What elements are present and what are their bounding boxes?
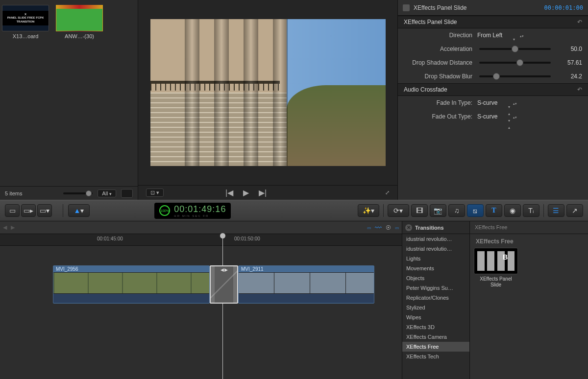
category-item[interactable]: Stylized <box>402 303 469 312</box>
playhead[interactable] <box>222 234 223 379</box>
generators-browser-button[interactable]: ◉ <box>504 204 521 217</box>
acceleration-slider[interactable] <box>479 48 551 50</box>
skimming-button[interactable]: ⎓ <box>367 224 371 232</box>
timeline-clip[interactable]: MVI_2911 <box>238 265 374 304</box>
transition-icon <box>403 4 410 11</box>
connect-clip-button[interactable]: ▭ <box>5 204 20 217</box>
shadow-distance-slider[interactable] <box>479 62 551 64</box>
shadow-blur-slider[interactable] <box>479 75 551 77</box>
transition-item[interactable]: XEffects Panel Slide <box>474 248 518 288</box>
fade-out-dropdown[interactable]: S-curve▴▾ <box>477 113 517 120</box>
category-item[interactable]: Wipes <box>402 312 469 322</box>
browser-clip[interactable]: ANW…-(30) <box>56 5 103 39</box>
viewer: ⊡ ▾ |◀ ▶ ▶| ⤢ <box>138 0 398 200</box>
audio-skimming-button[interactable]: 〰 <box>375 224 382 232</box>
music-browser-button[interactable]: ♫ <box>448 204 465 217</box>
param-label: Fade In Type: <box>404 99 472 106</box>
param-label: Drop Shadow Distance <box>404 59 472 66</box>
filter-dropdown[interactable]: All <box>98 190 116 197</box>
param-label: Direction <box>404 32 472 39</box>
category-item[interactable]: XEffects Free <box>402 342 469 352</box>
transitions-browser-button[interactable]: ⧅ <box>467 204 484 217</box>
inspector-title: XEffects Panel Slide <box>414 4 467 11</box>
go-to-start-button[interactable]: |◀ <box>225 188 233 197</box>
param-label: Fade Out Type: <box>404 113 472 120</box>
category-item[interactable]: idustrial revolutio… <box>402 234 469 244</box>
media-import-button[interactable]: 🎞 <box>411 204 428 217</box>
transitions-browser: ✕ Transitions idustrial revolutio…idustr… <box>402 221 588 379</box>
play-button[interactable]: ▶ <box>243 188 249 197</box>
close-browser-button[interactable]: ✕ <box>405 224 412 231</box>
clip-label: X13…oard <box>2 33 49 39</box>
viewer-frame[interactable] <box>150 19 386 166</box>
timeline-index-button[interactable]: ☰ <box>548 204 564 217</box>
timecode-display[interactable]: 100% 00:01:49:16 HR MIN SEC FR <box>154 203 231 219</box>
browser-clip[interactable]: XPANEL SLIDE FREE FCPX TRANSITION X13…oa… <box>2 5 49 39</box>
media-browser: XPANEL SLIDE FREE FCPX TRANSITION X13…oa… <box>0 0 138 200</box>
share-button[interactable]: ↗ <box>566 204 583 217</box>
fade-in-dropdown[interactable]: S-curve▴▾ <box>477 99 517 107</box>
render-percent: 100% <box>159 205 170 216</box>
param-value[interactable]: 57.61 <box>558 59 582 66</box>
param-label: Acceleration <box>404 46 472 52</box>
fullscreen-button[interactable]: ⤢ <box>385 190 390 196</box>
timeline-tracks[interactable]: MVI_2956 MVI_2911 ◀ ▶ <box>0 246 402 379</box>
param-value[interactable]: 24.2 <box>558 73 582 80</box>
grid-section-title: XEffects Free <box>476 238 584 245</box>
clip-thumbnail: XPANEL SLIDE FREE FCPX TRANSITION <box>2 5 49 31</box>
select-tool-button[interactable]: ▲ ▾ <box>68 204 90 217</box>
append-clip-button[interactable]: ▭▾ <box>37 204 52 217</box>
go-to-end-button[interactable]: ▶| <box>259 188 267 197</box>
insert-clip-button[interactable]: ▭▸ <box>21 204 36 217</box>
category-item[interactable]: Peter Wiggins Su… <box>402 283 469 293</box>
photos-browser-button[interactable]: 📷 <box>430 204 446 217</box>
reset-section-button[interactable]: ↶ <box>577 19 582 25</box>
themes-browser-button[interactable]: Tᵢ <box>523 204 539 217</box>
inspector: XEffects Panel Slide 00:00:01:00 XEffect… <box>398 0 588 200</box>
timeline-clip[interactable]: MVI_2956 <box>53 265 210 304</box>
retime-menu-button[interactable]: ⟳▾ <box>388 204 409 217</box>
inspector-timecode: 00:00:01:00 <box>544 4 583 11</box>
category-item[interactable]: Replicator/Clones <box>402 293 469 303</box>
param-label: Drop Shadow Blur <box>404 73 472 80</box>
snapping-button[interactable]: ⎓ <box>395 224 399 232</box>
item-count: 5 items <box>5 190 22 196</box>
reset-section-button[interactable]: ↶ <box>577 86 582 93</box>
timeline-history-back[interactable]: ◀ <box>3 224 7 231</box>
thumbnail-size-slider[interactable] <box>63 192 93 194</box>
category-item[interactable]: Lights <box>402 254 469 263</box>
transform-tool-button[interactable]: ⊡ ▾ <box>146 189 164 197</box>
category-item[interactable]: XEffects Camera <box>402 332 469 342</box>
section-title: Audio Crossfade <box>404 86 447 93</box>
transition-thumbnail <box>474 248 518 274</box>
ruler-tick: 00:01:50:00 <box>234 236 260 241</box>
section-title: XEffects Panel Slide <box>404 19 457 25</box>
timeline-transition[interactable]: ◀ ▶ <box>210 265 238 304</box>
category-item[interactable]: Objects <box>402 273 469 283</box>
category-item[interactable]: XEffects 3D <box>402 322 469 332</box>
solo-button[interactable]: ⦿ <box>386 225 391 231</box>
clip-appearance-button[interactable] <box>121 189 133 198</box>
clip-thumbnail <box>56 5 103 31</box>
enhance-menu-button[interactable]: ✨▾ <box>358 204 379 217</box>
param-value[interactable]: 50.0 <box>558 46 582 52</box>
clip-label: ANW…-(30) <box>56 33 103 39</box>
timeline-history-fwd[interactable]: ▶ <box>11 224 15 231</box>
category-item[interactable]: Movements <box>402 263 469 273</box>
direction-dropdown[interactable]: From Left ▴▾ <box>477 32 524 39</box>
ruler-tick: 00:01:45:00 <box>97 236 123 241</box>
timeline-ruler[interactable]: 00:01:45:00 00:01:50:00 <box>0 234 402 246</box>
timeline: ◀ ▶ ⎓ 〰 ⦿ ⎓ 00:01:45:00 00:01:50:00 MVI_… <box>0 221 402 379</box>
titles-browser-button[interactable]: T <box>486 204 502 217</box>
category-item[interactable]: XEffects Tech <box>402 352 469 361</box>
breadcrumb[interactable]: XEffects Free <box>475 224 507 230</box>
category-item[interactable]: idustrial revolutio… <box>402 244 469 254</box>
browser-title: Transitions <box>415 225 444 231</box>
main-toolbar: ▭ ▭▸ ▭▾ ▲ ▾ 100% 00:01:49:16 HR MIN SEC … <box>0 200 588 221</box>
